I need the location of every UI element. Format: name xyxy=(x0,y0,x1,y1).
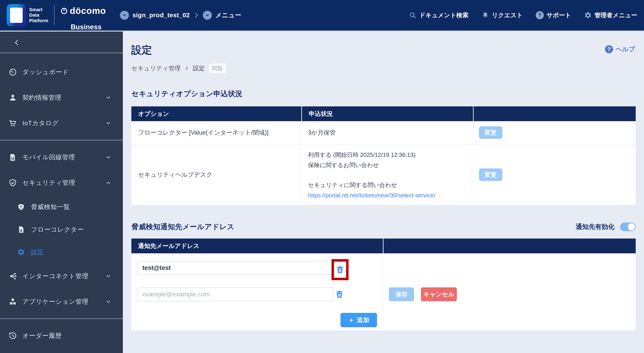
chevron-down-icon xyxy=(105,120,111,126)
sidebar-collapse-button[interactable] xyxy=(0,31,123,53)
sidebar-divider xyxy=(0,53,123,53)
sim-card-icon xyxy=(8,153,17,161)
table-header-row: 通知先メールアドレス xyxy=(131,239,636,253)
delete-email-button-2[interactable] xyxy=(335,290,344,299)
chevron-down-icon xyxy=(105,154,111,160)
sidebar-item-contract-management[interactable]: 契約情報管理 xyxy=(0,85,123,110)
add-email-button[interactable]: ＋ 追加 xyxy=(340,313,377,327)
breadcrumb-parent[interactable]: セキュリティ管理 xyxy=(131,64,181,72)
sidebar-divider xyxy=(0,319,123,319)
delete-email-button-1[interactable] xyxy=(336,265,344,274)
sidebar-subitem-flow-collector[interactable]: フローコレクター xyxy=(0,218,123,241)
sidebar-nav: ダッシュボード 契約情報管理 IoTカタログ モバイル回 xyxy=(0,53,123,349)
document-search-nav[interactable]: ドキュメント検索 xyxy=(409,11,468,19)
breadcrumb-current: 設定 xyxy=(193,64,205,72)
status-line: 保険に関するお問い合わせ xyxy=(308,160,472,170)
email-input-1[interactable] xyxy=(138,261,333,275)
person-icon xyxy=(8,93,17,102)
topbar-nav: ドキュメント検索 リクエスト ? サポート 管理者メニュー xyxy=(409,11,637,19)
sidebar-item-label: セキュリティ管理 xyxy=(22,179,75,187)
option-cell: フローコレクター [Value(インターネット/閉域)] xyxy=(131,121,301,144)
sidebar-item-iot-catalog[interactable]: IoTカタログ xyxy=(0,110,123,136)
docomo-business-logo: döcomo Business xyxy=(60,0,106,31)
sdpf-logo-text: Smart Data Platform xyxy=(29,7,48,23)
shield-alert-icon xyxy=(17,203,25,211)
file-chart-icon xyxy=(17,226,25,234)
sdpf-logo-icon xyxy=(7,4,26,26)
sidebar-item-label: 契約情報管理 xyxy=(22,93,62,102)
bell-icon xyxy=(482,11,489,19)
workspace-dropdown-icon[interactable] xyxy=(120,11,129,20)
notification-enable-toggle[interactable] xyxy=(620,223,636,231)
top-bar: Smart Data Platform döcomo Business sign… xyxy=(0,0,644,31)
sidebar-item-label: ダッシュボード xyxy=(22,68,69,76)
sidebar-item-label: 脅威検知一覧 xyxy=(31,203,70,211)
email-actions-cell: 保存 キャンセル xyxy=(383,253,636,330)
network-hub-icon xyxy=(8,272,17,281)
cancel-button[interactable]: キャンセル xyxy=(421,287,457,301)
request-nav[interactable]: リクエスト xyxy=(482,11,523,19)
sidebar: ダッシュボード 契約情報管理 IoTカタログ モバイル回 xyxy=(0,31,123,353)
admin-menu-nav[interactable]: 管理者メニュー xyxy=(584,11,637,19)
shield-check-icon xyxy=(8,179,17,187)
notification-enable-label: 通知先有効化 xyxy=(576,222,615,231)
chevron-down-icon xyxy=(105,95,111,101)
support-nav[interactable]: ? サポート xyxy=(536,11,571,19)
main-content: 設定 ? ヘルプ セキュリティ管理 設定 閲覧 セキュリティオプション申込状況 … xyxy=(123,31,644,353)
column-header-option: オプション xyxy=(131,106,301,121)
sidebar-item-security-management[interactable]: セキュリティ管理 xyxy=(0,170,123,196)
sidebar-item-order-history[interactable]: オーダー履歴 xyxy=(0,323,123,349)
email-input-2[interactable] xyxy=(138,287,333,301)
status-line: セキュリティに関する問い合わせ xyxy=(308,180,472,190)
topbar-chevron-right-icon xyxy=(194,12,199,18)
workspace-name[interactable]: sign_prod_test_02 xyxy=(132,12,190,19)
help-link[interactable]: ? ヘルプ xyxy=(605,45,635,53)
sidebar-item-mobile-line-management[interactable]: モバイル回線管理 xyxy=(0,144,123,170)
column-header-email: 通知先メールアドレス xyxy=(131,239,383,253)
docomo-wordmark: döcomo xyxy=(70,6,106,16)
docomo-mark-icon xyxy=(60,7,68,15)
request-label: リクエスト xyxy=(492,11,523,19)
sidebar-item-label: オーダー履歴 xyxy=(22,332,62,340)
column-header-actions xyxy=(384,239,636,253)
logo-line1: Smart xyxy=(29,7,48,12)
table-body-row: ＋ 追加 保存 キャンセル xyxy=(131,253,636,330)
sidebar-item-label: IoTカタログ xyxy=(22,119,59,127)
email-list-cell: ＋ 追加 xyxy=(131,253,383,330)
sidebar-item-interconnect-management[interactable]: インターコネクト管理 xyxy=(0,263,123,289)
status-cell: 利用する (開始日時 2025/12/19 12:36:13) 保険に関するお問… xyxy=(301,144,472,205)
gear-icon xyxy=(17,248,25,256)
menu-label[interactable]: メニュー xyxy=(216,11,242,19)
status-cell: 3か月保管 xyxy=(301,121,472,144)
status-line: 利用する (開始日時 2025/12/19 12:36:13) xyxy=(308,150,472,160)
change-button[interactable]: 変更 xyxy=(479,126,502,139)
view-mode-badge: 閲覧 xyxy=(208,63,226,74)
sidebar-item-dashboard[interactable]: ダッシュボード xyxy=(0,59,123,85)
question-icon: ? xyxy=(536,11,544,19)
cart-icon xyxy=(8,119,17,127)
document-search-label: ドキュメント検索 xyxy=(419,11,468,19)
option-cell: セキュリティヘルプデスク xyxy=(131,144,301,205)
sidebar-subitem-settings[interactable]: 設定 xyxy=(0,241,123,263)
status-spacer xyxy=(308,170,472,180)
history-icon xyxy=(8,332,17,340)
notification-email-heading: 脅威検知通知先メールアドレス xyxy=(131,222,234,232)
table-row: フローコレクター [Value(インターネット/閉域)] 3か月保管 変更 xyxy=(131,121,636,144)
sidebar-item-application-management[interactable]: アプリケーション管理 xyxy=(0,289,123,315)
sidebar-subitem-threat-detection-list[interactable]: 脅威検知一覧 xyxy=(0,196,123,218)
logo-line3: Platform xyxy=(29,18,48,23)
highlight-annotation-box xyxy=(332,259,348,280)
security-contact-link[interactable]: https://portal.ntt.net/tickets/new/30/se… xyxy=(308,192,435,199)
add-label: 追加 xyxy=(357,316,370,324)
change-button[interactable]: 変更 xyxy=(479,168,502,181)
chevron-up-icon xyxy=(105,180,111,186)
menu-dropdown-icon[interactable] xyxy=(203,11,212,20)
sidebar-item-label: インターコネクト管理 xyxy=(22,272,88,281)
chevron-down-icon xyxy=(105,299,111,305)
save-button[interactable]: 保存 xyxy=(389,287,414,301)
cubes-icon xyxy=(8,298,17,306)
column-header-status: 申込状況 xyxy=(302,106,473,121)
breadcrumb-chevron-icon xyxy=(184,66,189,71)
column-header-actions xyxy=(474,106,636,121)
notification-email-table: 通知先メールアドレス ＋ 追加 xyxy=(131,239,636,330)
